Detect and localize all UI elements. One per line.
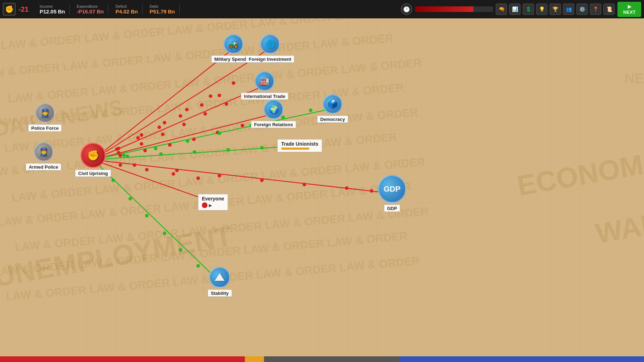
svg-point-25 [203,112,207,116]
svg-point-20 [232,81,235,85]
trade-unionists-bar [281,148,309,150]
gdp-text: GDP [384,185,401,194]
armed-police-node[interactable]: 👮 Armed Police [25,142,61,171]
turn-progress-fill [415,6,473,12]
svg-point-11 [157,125,161,129]
svg-point-32 [216,131,219,134]
status-seg-blue [399,356,644,362]
chart-button[interactable]: 📊 [509,4,521,15]
armed-police-label: Armed Police [25,163,61,171]
svg-point-40 [370,189,373,193]
svg-line-4 [93,160,392,193]
svg-point-58 [111,179,115,182]
svg-line-7 [93,146,300,160]
stability-label: Stability [208,290,232,297]
svg-point-35 [175,169,179,172]
foreign-relations-label: Foreign Relations [251,121,296,128]
debt-stat: Debt: P51.79 Bn [145,4,180,14]
svg-point-60 [145,214,149,217]
svg-point-42 [145,168,149,171]
svg-text:✊: ✊ [87,150,99,161]
scroll-button[interactable]: 📜 [603,4,615,15]
svg-point-31 [192,138,196,141]
svg-point-19 [209,94,212,98]
turn-progress-bar [415,6,493,12]
next-label: NEXT [623,10,636,15]
people-button[interactable]: 👥 [563,4,574,15]
svg-text:🚜: 🚜 [229,39,239,49]
expenditure-label: Expenditure: [77,4,104,8]
svg-point-10 [136,136,140,140]
connections-svg [0,18,644,356]
status-seg-dark [264,356,399,362]
svg-line-3 [93,114,274,160]
svg-point-30 [168,143,172,147]
svg-marker-72 [215,273,225,281]
svg-point-13 [200,103,203,107]
main-canvas: ✊ Civil Uprising 👮 Police Force 👮 Armed … [0,18,644,356]
democracy-label: Democracy [317,116,348,123]
international-trade-label: International Trade [241,93,288,100]
svg-point-28 [119,154,122,157]
democracy-node[interactable]: 🗳️ Democracy [317,94,348,123]
toolbar-icons: 🔫 📊 💲 💡 🏆 👥 ⚙️ 📍 📜 [496,4,615,15]
expenditure-value: -P16.07 Bn [77,8,104,14]
svg-text:🌐: 🌐 [265,39,275,49]
police-force-node[interactable]: 👮 Police Force [28,103,62,132]
svg-point-51 [309,109,312,112]
everyone-label: Everyone [202,196,224,202]
svg-point-17 [163,121,166,124]
next-button[interactable]: ▶ NEXT [617,2,641,17]
svg-point-61 [163,232,166,235]
svg-point-62 [179,248,182,252]
svg-point-47 [186,139,189,143]
bulb-button[interactable]: 💡 [536,4,547,15]
pin-button[interactable]: 📍 [590,4,601,15]
svg-point-29 [143,149,147,152]
svg-point-45 [122,153,126,157]
debt-value: P51.79 Bn [150,8,175,14]
deficit-value: P4.02 Bn [115,8,138,14]
trade-unionists-box[interactable]: Trade Unionists [277,139,322,152]
score-display: -21 [18,5,33,13]
deficit-label: Deficit: [115,4,138,8]
status-seg-red [0,356,245,362]
everyone-box[interactable]: Everyone ▶ [198,194,228,211]
svg-point-38 [303,183,306,186]
svg-point-63 [196,264,200,268]
svg-point-43 [172,172,175,176]
income-label: Income: [40,4,65,8]
topbar: ✊ -21 Income: P12.05 Bn Expenditure: -P1… [0,0,644,18]
svg-point-46 [154,147,157,150]
everyone-status-dot [202,203,207,208]
gdp-node[interactable]: GDP GDP [378,175,406,212]
svg-point-16 [140,133,143,137]
stability-node[interactable]: Stability [208,267,232,297]
international-trade-node[interactable]: 🏭 International Trade [241,71,288,100]
svg-point-22 [140,142,143,146]
svg-point-48 [218,132,221,135]
status-bar [0,356,644,362]
svg-point-34 [133,163,136,167]
trophy-button[interactable]: 🏆 [550,4,561,15]
svg-point-56 [260,146,264,150]
civil-uprising-node[interactable]: ✊ Civil Uprising [75,143,111,177]
status-seg-orange [245,356,264,362]
svg-point-39 [345,186,349,190]
gdp-label: GDP [384,205,400,212]
svg-point-54 [193,150,196,154]
income-value: P12.05 Bn [40,8,65,14]
foreign-investment-node[interactable]: 🌐 Foreign Investment [246,34,294,63]
svg-point-36 [218,174,221,177]
svg-point-12 [179,114,182,118]
svg-text:🗳️: 🗳️ [328,99,338,109]
dollar-button[interactable]: 💲 [523,4,534,15]
gear-button[interactable]: ⚙️ [576,4,588,15]
foreign-relations-node[interactable]: 🌍 Foreign Relations [251,100,296,128]
svg-point-53 [159,152,163,156]
svg-point-59 [128,197,132,200]
deficit-stat: Deficit: P4.02 Bn [111,4,142,14]
gun-button[interactable]: 🔫 [496,4,507,15]
fist-icon: ✊ [3,3,16,16]
svg-point-9 [115,147,119,151]
